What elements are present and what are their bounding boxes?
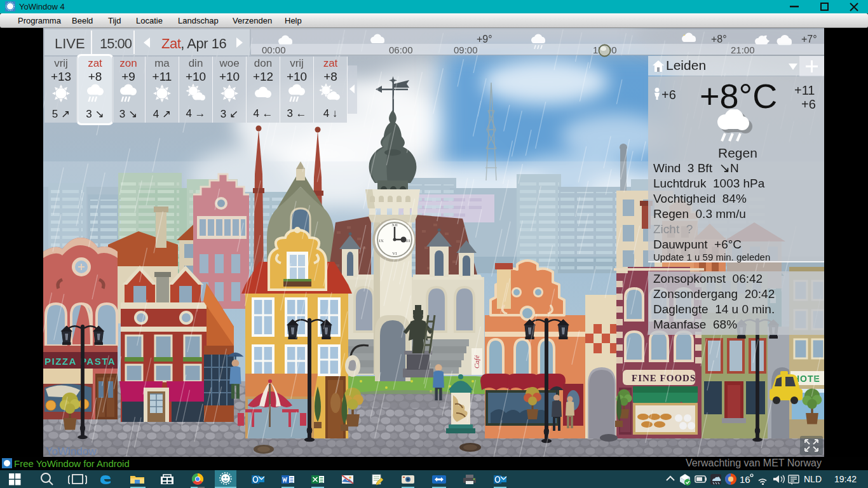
svg-text:+8°: +8° xyxy=(711,34,727,44)
svg-text:16: 16 xyxy=(740,474,750,485)
svg-text:NLD: NLD xyxy=(804,474,822,484)
svg-text:+9°: +9° xyxy=(477,34,492,44)
svg-text:YoWindow: YoWindow xyxy=(46,445,97,458)
svg-text:XII: XII xyxy=(391,222,398,227)
svg-text:19:42: 19:42 xyxy=(834,474,857,484)
svg-text:VI: VI xyxy=(392,251,397,256)
svg-text:PIZZA PASTA: PIZZA PASTA xyxy=(44,356,116,367)
svg-text:+7°: +7° xyxy=(801,34,817,44)
svg-text:IX: IX xyxy=(379,238,383,243)
svg-text:III: III xyxy=(406,238,411,243)
